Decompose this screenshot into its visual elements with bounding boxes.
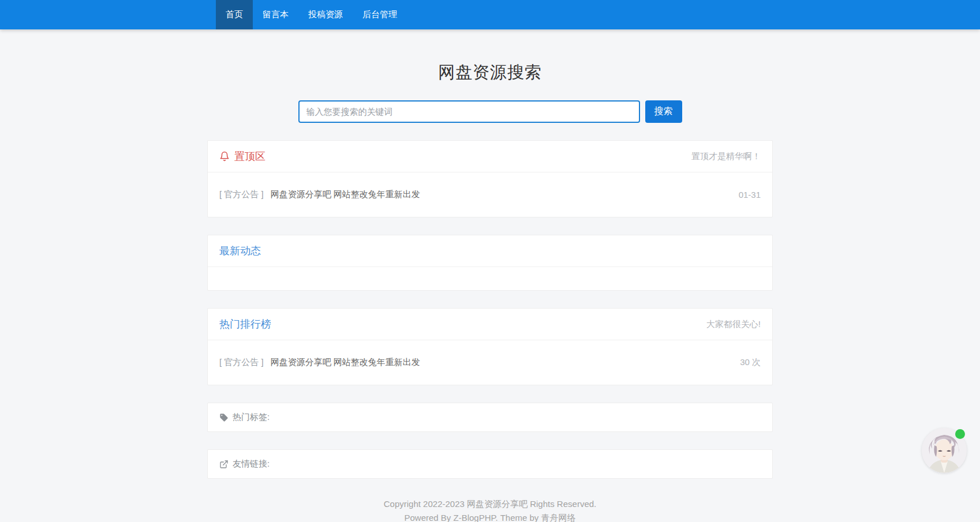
friend-links-strip: 友情链接: (207, 449, 773, 479)
hot-section-header: 热门排行榜 大家都很关心! (208, 309, 772, 340)
post-title-link[interactable]: 网盘资源分享吧 网站整改兔年重新出发 (271, 189, 727, 200)
footer-copyright: Copyright 2022-2023 网盘资源分享吧 Rights Reser… (207, 497, 773, 511)
latest-section-title: 最新动态 (219, 244, 261, 258)
post-date: 01-31 (739, 190, 761, 200)
nav-item-guestbook[interactable]: 留言本 (253, 0, 298, 29)
pinned-section-title: 置顶区 (234, 149, 265, 163)
hot-section-title: 热门排行榜 (219, 317, 271, 331)
hot-section-card: 热门排行榜 大家都很关心! [ 官方公告 ] 网盘资源分享吧 网站整改兔年重新出… (207, 308, 773, 385)
search-hero: 网盘资源搜索 搜索 (207, 29, 773, 123)
post-category-link[interactable]: [ 官方公告 ] (219, 189, 264, 200)
footer-powered-by: Powered By Z-BlogPHP. Theme by 青舟网络 (207, 511, 773, 522)
main-content: 置顶区 置顶才是精华啊！ [ 官方公告 ] 网盘资源分享吧 网站整改兔年重新出发… (207, 140, 773, 522)
hot-section-title-wrap: 热门排行榜 (219, 317, 271, 331)
search-button[interactable]: 搜索 (645, 100, 682, 123)
friend-links-label: 友情链接: (233, 459, 270, 470)
pinned-section-subtitle: 置顶才是精华啊！ (691, 151, 761, 162)
nav-item-admin[interactable]: 后台管理 (353, 0, 407, 29)
post-view-count: 30 次 (740, 357, 761, 368)
search-row: 搜索 (207, 100, 773, 123)
post-title-link[interactable]: 网盘资源分享吧 网站整改兔年重新出发 (271, 357, 728, 368)
latest-section-header: 最新动态 (208, 235, 772, 267)
pinned-section-title-wrap: 置顶区 (219, 149, 265, 163)
bell-icon (219, 151, 230, 162)
top-navbar: 首页 留言本 投稿资源 后台管理 (0, 0, 980, 29)
hot-section-subtitle: 大家都很关心! (706, 319, 761, 330)
tag-icon (219, 413, 229, 422)
nav-item-home[interactable]: 首页 (216, 0, 253, 29)
chat-widget[interactable] (922, 428, 967, 473)
page-footer: Copyright 2022-2023 网盘资源分享吧 Rights Reser… (207, 497, 773, 522)
hot-tags-strip: 热门标签: (207, 403, 773, 432)
pinned-section-card: 置顶区 置顶才是精华啊！ [ 官方公告 ] 网盘资源分享吧 网站整改兔年重新出发… (207, 140, 773, 217)
latest-section-card: 最新动态 (207, 235, 773, 291)
latest-section-title-wrap: 最新动态 (219, 244, 261, 258)
hot-post-row: [ 官方公告 ] 网盘资源分享吧 网站整改兔年重新出发 30 次 (208, 340, 772, 385)
page-title: 网盘资源搜索 (207, 61, 773, 84)
external-link-icon (219, 460, 229, 469)
online-status-badge (955, 429, 965, 439)
latest-section-empty-body (208, 267, 772, 290)
nav-item-submit-resource[interactable]: 投稿资源 (298, 0, 353, 29)
pinned-section-header: 置顶区 置顶才是精华啊！ (208, 141, 772, 172)
hot-tags-label: 热门标签: (233, 412, 270, 423)
navbar-inner: 首页 留言本 投稿资源 后台管理 (207, 0, 773, 29)
search-input[interactable] (298, 100, 640, 123)
post-category-link[interactable]: [ 官方公告 ] (219, 357, 264, 368)
pinned-post-row: [ 官方公告 ] 网盘资源分享吧 网站整改兔年重新出发 01-31 (208, 172, 772, 217)
